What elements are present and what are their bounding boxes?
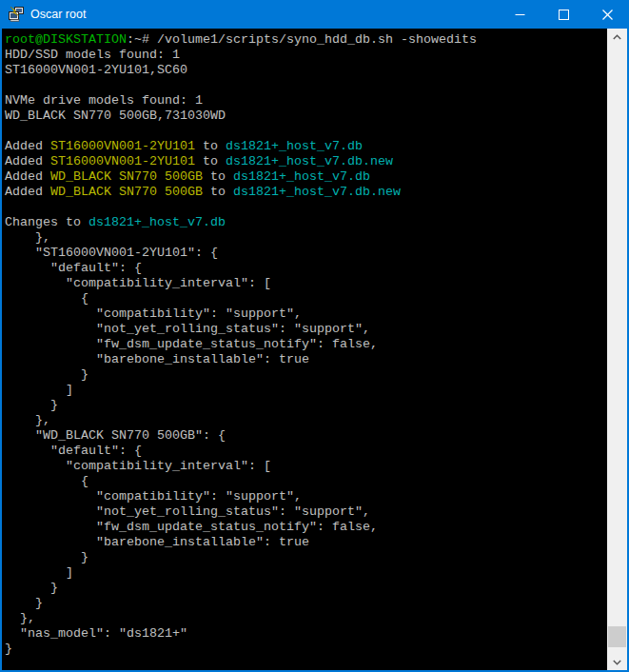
terminal-line: } bbox=[5, 550, 607, 565]
minimize-icon bbox=[515, 10, 525, 20]
scrollbar[interactable] bbox=[607, 29, 627, 670]
terminal-line: ] bbox=[5, 383, 607, 398]
putty-terminal-icon[interactable] bbox=[9, 7, 24, 22]
terminal-line: } bbox=[5, 398, 607, 413]
scroll-down-button[interactable] bbox=[607, 654, 627, 670]
terminal-line: "fw_dsm_update_status_notify": false, bbox=[5, 337, 607, 352]
terminal-line bbox=[5, 78, 607, 93]
terminal-line: "compatibility_interval": [ bbox=[5, 276, 607, 291]
terminal-line: "fw_dsm_update_status_notify": false, bbox=[5, 520, 607, 535]
maximize-icon bbox=[559, 10, 569, 20]
terminal-line: "compatibility": "support", bbox=[5, 306, 607, 322]
terminal-line: "compatibility_interval": [ bbox=[5, 459, 607, 474]
terminal-line: Added ST16000VN001-2YU101 to ds1821+_hos… bbox=[5, 154, 607, 169]
terminal-line: "compatibility": "support", bbox=[5, 489, 607, 504]
terminal-line: "default": { bbox=[5, 261, 607, 276]
terminal-line: { bbox=[5, 474, 607, 489]
terminal-line: } bbox=[5, 367, 607, 383]
terminal-line bbox=[5, 124, 607, 139]
terminal-line: } bbox=[5, 596, 607, 611]
terminal-line: { bbox=[5, 291, 607, 306]
window-title: Oscar root bbox=[30, 0, 86, 29]
maximize-button[interactable] bbox=[541, 0, 585, 29]
terminal-line: }, bbox=[5, 413, 607, 428]
scroll-up-button[interactable] bbox=[607, 29, 627, 45]
terminal-line: "WD_BLACK SN770 500GB": { bbox=[5, 428, 607, 444]
chevron-up-icon bbox=[613, 34, 621, 40]
terminal-line: "not_yet_rolling_status": "support", bbox=[5, 322, 607, 337]
terminal-line: } bbox=[5, 642, 607, 657]
terminal-line: Added WD_BLACK SN770 500GB to ds1821+_ho… bbox=[5, 169, 607, 185]
caption-buttons bbox=[498, 0, 629, 29]
close-button[interactable] bbox=[585, 0, 629, 29]
terminal-line: "barebone_installable": true bbox=[5, 535, 607, 550]
terminal-line bbox=[5, 200, 607, 215]
terminal-line: "not_yet_rolling_status": "support", bbox=[5, 504, 607, 520]
terminal-line: root@DISKSTATION:~# /volume1/scripts/syn… bbox=[5, 32, 607, 48]
terminal-line: "ST16000VN001-2YU101": { bbox=[5, 246, 607, 261]
terminal-line: }, bbox=[5, 611, 607, 626]
minimize-button[interactable] bbox=[498, 0, 541, 29]
chevron-down-icon bbox=[613, 660, 621, 665]
terminal-line: Changes to ds1821+_host_v7.db bbox=[5, 215, 607, 230]
terminal-line: "nas_model": "ds1821+" bbox=[5, 626, 607, 642]
terminal-line: } bbox=[5, 581, 607, 596]
terminal-line: "barebone_installable": true bbox=[5, 352, 607, 367]
terminal-window: Oscar root root@DISKSTATION:~# /volume1/ bbox=[0, 0, 629, 672]
close-icon bbox=[602, 10, 613, 20]
terminal-line: HDD/SSD models found: 1 bbox=[5, 48, 607, 63]
terminal-line: }, bbox=[5, 230, 607, 246]
terminal[interactable]: root@DISKSTATION:~# /volume1/scripts/syn… bbox=[2, 29, 607, 670]
scrollbar-thumb[interactable] bbox=[608, 626, 626, 647]
terminal-line: NVMe drive models found: 1 bbox=[5, 93, 607, 109]
terminal-line: ST16000VN001-2YU101,SC60 bbox=[5, 63, 607, 78]
titlebar[interactable]: Oscar root bbox=[0, 0, 629, 29]
terminal-line: Added WD_BLACK SN770 500GB to ds1821+_ho… bbox=[5, 185, 607, 200]
terminal-line: "default": { bbox=[5, 444, 607, 459]
terminal-line: ] bbox=[5, 565, 607, 581]
terminal-line: Added ST16000VN001-2YU101 to ds1821+_hos… bbox=[5, 139, 607, 154]
terminal-line: WD_BLACK SN770 500GB,731030WD bbox=[5, 109, 607, 124]
